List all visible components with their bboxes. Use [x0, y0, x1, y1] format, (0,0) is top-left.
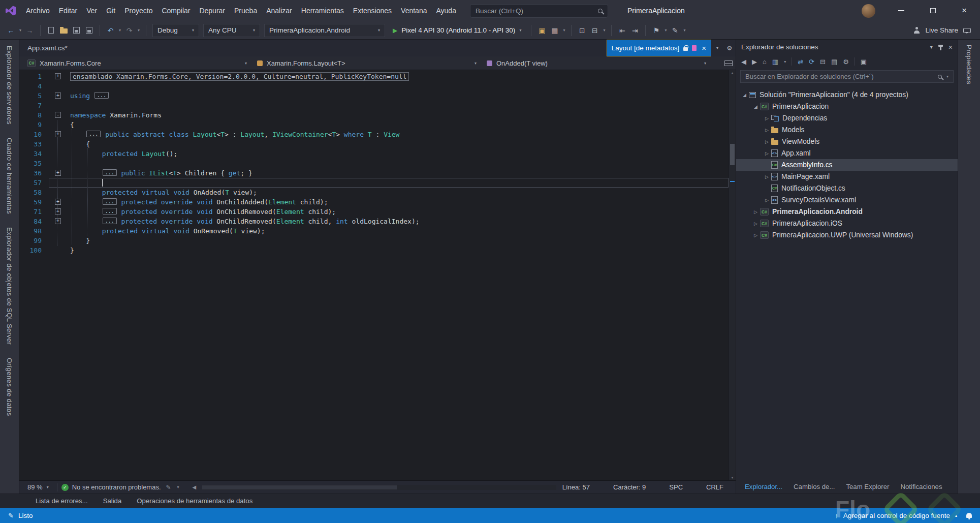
code-line-1[interactable]: 1+ensamblado Xamarin.Forms.Core, Version… [19, 72, 729, 81]
code-line-57[interactable]: 57 [19, 178, 729, 188]
fold-expand-icon[interactable]: + [55, 131, 61, 137]
scroll-left-icon[interactable]: ◀ [193, 484, 197, 490]
code-line-99[interactable]: 99 } [19, 236, 729, 245]
fold-expand-icon[interactable]: + [55, 208, 61, 214]
tree-item-viewmodels[interactable]: ▷ViewModels [736, 136, 958, 147]
sol-tab-team-explorer[interactable]: Team Explorer [840, 483, 895, 490]
document-health-indicator[interactable]: ✓ No se encontraron problemas. [61, 483, 161, 491]
code-line-4[interactable]: 4 [19, 81, 729, 91]
solution-search-box[interactable]: Buscar en Explorador de soluciones (Ctrl… [740, 70, 954, 83]
indent-increase-icon[interactable]: ⇥ [629, 24, 641, 37]
collapse-arrow-icon[interactable]: ◢ [751, 104, 760, 109]
fold-expand-icon[interactable]: + [55, 199, 61, 205]
editor-vertical-scrollbar[interactable]: ▲ ▼ [729, 70, 736, 480]
fold-expand-icon[interactable]: + [55, 170, 61, 176]
fold-expand-icon[interactable]: + [55, 73, 61, 79]
expand-arrow-icon[interactable]: ▷ [763, 139, 771, 144]
run-target-dropdown-icon[interactable]: ▾ [519, 28, 521, 33]
properties-gear-icon[interactable]: ⚙ [843, 58, 849, 66]
minimize-button[interactable] [886, 0, 917, 21]
close-button[interactable]: × [949, 0, 980, 21]
menu-prueba[interactable]: Prueba [230, 0, 262, 21]
tree-item-primeraaplicacion-ios[interactable]: ▷C#PrimeraAplicacion.iOS [736, 218, 958, 229]
panel-tab-lista-de-errores[interactable]: Lista de errores... [29, 497, 94, 505]
code-line-9[interactable]: 9{ [19, 120, 729, 130]
tree-item-notificationobject-cs[interactable]: C#NotificationObject.cs [736, 182, 958, 194]
refresh-icon[interactable]: ⟳ [809, 58, 814, 66]
expand-arrow-icon[interactable]: ▷ [763, 174, 771, 179]
pin-icon[interactable] [940, 46, 941, 50]
add-to-source-control-button[interactable]: Agregar al control de código fuente [843, 512, 950, 519]
fold-collapse-icon[interactable]: - [55, 112, 61, 118]
device-monitor-icon[interactable]: ⊡ [576, 24, 588, 37]
save-icon[interactable] [71, 24, 82, 37]
menu-ver[interactable]: Ver [82, 0, 102, 21]
navigate-back-icon[interactable]: ← [5, 24, 17, 37]
window-position-icon[interactable]: ▾ [930, 44, 933, 50]
tab-app-xaml-cs[interactable]: App.xaml.cs* [19, 44, 76, 52]
close-tab-icon[interactable]: × [702, 44, 706, 52]
project-dropdown[interactable]: C# Xamarin.Forms.Core ▾ [22, 56, 252, 70]
configuration-dropdown[interactable]: Debug▾ [152, 24, 199, 37]
sol-tab-notificaciones[interactable]: Notificaciones [895, 483, 947, 490]
second-monitor-icon[interactable]: ⊟ [589, 24, 600, 37]
spaces-indicator[interactable]: SPC [669, 483, 683, 491]
package-icon[interactable]: ▣ [536, 24, 548, 37]
start-debug-button[interactable]: ▶ Pixel 4 API 30 (Android 11.0 - API 30)… [388, 24, 526, 37]
tree-item-assemblyinfo-cs[interactable]: C#AssemblyInfo.cs [736, 159, 958, 171]
tree-item-solucion-primeraaplicacion-4-de-4-proyectos[interactable]: ◢Solución "PrimeraAplicacion" (4 de 4 pr… [736, 89, 958, 101]
code-line-71[interactable]: 71+ ... protected override void OnChildR… [19, 207, 729, 217]
undo-icon[interactable]: ↶ [105, 24, 116, 37]
undo-dropdown-icon[interactable]: ▾ [117, 28, 122, 33]
menu-git[interactable]: Git [102, 0, 120, 21]
expand-arrow-icon[interactable]: ▷ [751, 221, 760, 226]
code-line-98[interactable]: 98 protected virtual void OnRemoved(T vi… [19, 226, 729, 236]
source-control-caret-icon[interactable]: ▴ [955, 513, 957, 518]
menu-archivo[interactable]: Archivo [21, 0, 54, 21]
quick-search-box[interactable]: Buscar (Ctrl+Q) [470, 4, 608, 18]
redo-icon[interactable]: ↷ [123, 24, 135, 37]
menu-proyecto[interactable]: Proyecto [120, 0, 157, 21]
sol-tab-cambios-de[interactable]: Cambios de... [788, 483, 840, 490]
tree-item-primeraaplicacion[interactable]: ◢C#PrimeraAplicacion [736, 101, 958, 112]
tree-item-dependencias[interactable]: ▷Dependencias [736, 112, 958, 124]
tree-item-app-xaml[interactable]: ▷<>App.xaml [736, 147, 958, 159]
menu-compilar[interactable]: Compilar [157, 0, 195, 21]
close-panel-icon[interactable]: × [949, 43, 953, 51]
properties-tab[interactable]: Propiedades [965, 45, 973, 84]
scrollbar-thumb[interactable] [730, 144, 735, 165]
preview-selected-items-icon[interactable]: ▣ [861, 58, 867, 66]
code-line-59[interactable]: 59+ ... protected override void OnChildA… [19, 197, 729, 207]
user-avatar[interactable] [862, 4, 875, 18]
type-dropdown[interactable]: Xamarin.Forms.Layout<T> ▾ [252, 56, 482, 70]
menu-analizar[interactable]: Analizar [262, 0, 297, 21]
expand-arrow-icon[interactable]: ▷ [763, 151, 771, 156]
navigate-back-dropdown-icon[interactable]: ▾ [18, 28, 23, 33]
switch-views-dropdown-icon[interactable]: ▾ [784, 59, 786, 64]
expand-arrow-icon[interactable]: ▷ [763, 116, 771, 121]
monitor-dropdown-icon[interactable]: ▾ [602, 28, 607, 33]
scroll-up-icon[interactable]: ▲ [729, 71, 736, 75]
tree-item-mainpage-xaml[interactable]: ▷<>MainPage.xaml [736, 171, 958, 182]
comment-icon[interactable]: ✎ [669, 24, 681, 37]
code-line-35[interactable]: 35 [19, 159, 729, 168]
active-files-dropdown-icon[interactable]: ▾ [711, 46, 723, 50]
code-line-7[interactable]: 7 [19, 101, 729, 110]
tree-item-models[interactable]: ▷Models [736, 124, 958, 136]
code-line-36[interactable]: 36+ ... public IList<T> Children { get; … [19, 168, 729, 178]
back-icon[interactable]: ◀ [741, 58, 746, 66]
maximize-button[interactable] [917, 0, 949, 21]
tool-tab-origenes-de-datos[interactable]: Orígenes de datos [6, 358, 13, 416]
keep-open-icon[interactable] [692, 45, 697, 51]
scroll-down-icon[interactable]: ▼ [729, 476, 736, 479]
menu-ventana[interactable]: Ventana [396, 0, 431, 21]
editor-options-gear-icon[interactable]: ⚙ [723, 45, 736, 52]
code-line-5[interactable]: 5+using ... [19, 91, 729, 101]
member-dropdown[interactable]: OnAdded(T view) ▾ [482, 56, 711, 70]
notifications-bell-icon[interactable] [966, 513, 972, 518]
horizontal-scrollbar[interactable] [202, 485, 556, 490]
fold-expand-icon[interactable]: + [55, 93, 61, 99]
code-area[interactable]: 1+ensamblado Xamarin.Forms.Core, Version… [19, 70, 729, 480]
code-line-34[interactable]: 34 protected Layout(); [19, 149, 729, 159]
tool-tab-cuadro-de-herramientas[interactable]: Cuadro de herramientas [6, 138, 13, 214]
